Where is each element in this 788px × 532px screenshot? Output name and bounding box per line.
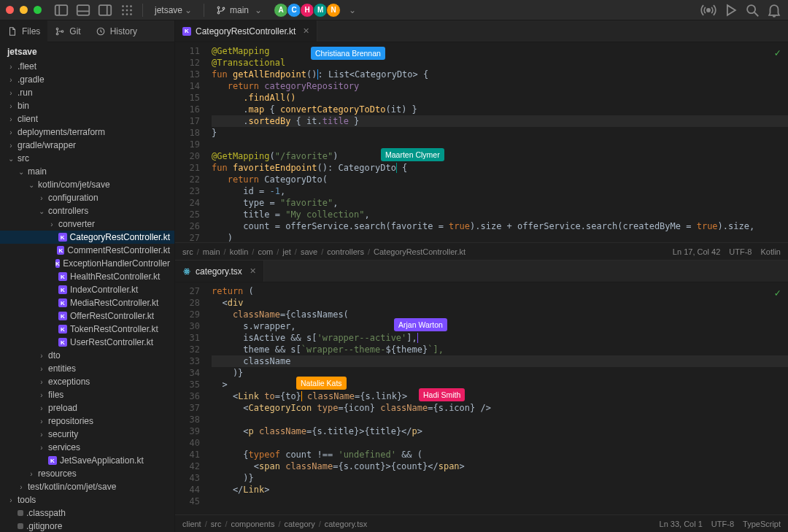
expand-chevron-icon[interactable]: ›	[7, 89, 15, 97]
folder-row[interactable]: ›.fleet	[0, 60, 174, 73]
file-row[interactable]: KTokenRestController.kt	[0, 323, 174, 336]
expand-chevron-icon[interactable]: ⌄	[28, 181, 35, 189]
folder-row[interactable]: ›entities	[0, 362, 174, 375]
expand-chevron-icon[interactable]: ›	[18, 483, 25, 491]
branch-dropdown[interactable]: main⌄	[216, 5, 262, 15]
minimize-window-button[interactable]	[20, 6, 28, 14]
code-content[interactable]: @GetMapping @TransactionalChristiana Bre…	[206, 42, 788, 242]
project-dropdown[interactable]: jetsave⌄	[155, 5, 192, 15]
language-mode[interactable]: TypeScript	[743, 520, 781, 528]
sidebar-tab-history[interactable]: History	[88, 20, 144, 42]
folder-row[interactable]: ›test/kotlin/com/jet/save	[0, 480, 174, 493]
collaborator-avatars[interactable]: ACHMN	[275, 3, 341, 18]
expand-chevron-icon[interactable]: ›	[38, 391, 45, 399]
panel-bottom-icon[interactable]	[75, 2, 91, 18]
avatar[interactable]: H	[300, 3, 314, 18]
close-window-button[interactable]	[6, 6, 14, 14]
avatar[interactable]: N	[326, 3, 341, 18]
editor-tab[interactable]: category.tsx ✕	[175, 261, 264, 282]
file-row[interactable]: KUserRestController.kt	[0, 336, 174, 349]
expand-chevron-icon[interactable]: ›	[7, 142, 15, 150]
folder-row[interactable]: ⌄src	[0, 152, 174, 165]
expand-chevron-icon[interactable]: ›	[7, 496, 15, 504]
folder-row[interactable]: ›configuration	[0, 191, 174, 204]
folder-row[interactable]: ›tools	[0, 493, 174, 506]
close-tab-icon[interactable]: ✕	[303, 26, 309, 36]
sidebar-tab-git[interactable]: Git	[47, 20, 88, 42]
file-row[interactable]: KOfferRestController.kt	[0, 309, 174, 323]
encoding[interactable]: UTF-8	[729, 247, 752, 256]
run-icon[interactable]	[722, 2, 738, 18]
maximize-window-button[interactable]	[34, 6, 42, 14]
folder-row[interactable]: ›bin	[0, 99, 174, 112]
folder-row[interactable]: ›converter	[0, 217, 174, 231]
folder-row[interactable]: ›services	[0, 441, 174, 454]
folder-row[interactable]: ⌄kotlin/com/jet/save	[0, 178, 174, 191]
folder-row[interactable]: ›.run	[0, 86, 174, 99]
folder-row[interactable]: ⌄controllers	[0, 204, 174, 217]
expand-chevron-icon[interactable]: ›	[7, 128, 15, 136]
project-root[interactable]: jetsave	[0, 42, 174, 60]
folder-row[interactable]: ›resources	[0, 467, 174, 480]
file-row[interactable]: .gitignore	[0, 520, 174, 532]
folder-row[interactable]: ›exceptions	[0, 375, 174, 388]
panel-left-icon[interactable]	[53, 2, 69, 18]
expand-chevron-icon[interactable]: ›	[38, 444, 45, 452]
folder-row[interactable]: ›repositories	[0, 415, 174, 428]
expand-chevron-icon[interactable]: ›	[38, 194, 45, 202]
avatar[interactable]: M	[313, 3, 328, 18]
expand-chevron-icon[interactable]: ⌄	[7, 155, 15, 163]
cursor-position[interactable]: Ln 17, Col 42	[673, 247, 720, 256]
expand-chevron-icon[interactable]: ›	[38, 378, 45, 386]
breadcrumb[interactable]: src/main/kotlin/com/jet/save/controllers…	[182, 247, 466, 256]
file-row[interactable]: KJetSaveApplication.kt	[0, 454, 174, 467]
file-row[interactable]: KIndexController.kt	[0, 283, 174, 296]
expand-chevron-icon[interactable]: ›	[7, 102, 15, 110]
file-row[interactable]: KCommentRestController.kt	[0, 244, 174, 257]
folder-row[interactable]: ›dto	[0, 349, 174, 362]
folder-row[interactable]: ›deployments/terraform	[0, 126, 174, 139]
search-icon[interactable]	[744, 2, 760, 18]
panel-right-icon[interactable]	[97, 2, 113, 18]
close-tab-icon[interactable]: ✕	[250, 266, 256, 276]
folder-row[interactable]: ›security	[0, 428, 174, 441]
avatar[interactable]: A	[274, 3, 288, 18]
avatars-chevron-icon[interactable]: ⌄	[349, 5, 356, 15]
expand-chevron-icon[interactable]: ›	[48, 220, 55, 228]
file-row[interactable]: KCategoryRestController.kt	[0, 231, 174, 244]
broadcast-icon[interactable]	[700, 2, 716, 18]
code-editor[interactable]: ✓ 27282930313233343536373839404142434445…	[175, 282, 788, 514]
file-row[interactable]: KExceptionHandlerController	[0, 257, 174, 270]
breadcrumb[interactable]: client/src/components/category/category.…	[182, 520, 367, 528]
expand-chevron-icon[interactable]: ⌄	[18, 168, 25, 176]
file-row[interactable]: KHealthRestController.kt	[0, 270, 174, 283]
notifications-icon[interactable]	[766, 2, 782, 18]
expand-chevron-icon[interactable]: ›	[7, 63, 15, 71]
cursor-position[interactable]: Ln 33, Col 1	[660, 520, 703, 528]
encoding[interactable]: UTF-8	[711, 520, 734, 528]
folder-row[interactable]: ›gradle/wrapper	[0, 139, 174, 152]
language-mode[interactable]: Kotlin	[760, 247, 781, 256]
file-row[interactable]: .classpath	[0, 506, 174, 520]
expand-chevron-icon[interactable]: ›	[38, 417, 45, 425]
grid-icon[interactable]	[119, 2, 135, 18]
expand-chevron-icon[interactable]: ›	[38, 365, 45, 373]
expand-chevron-icon[interactable]: ›	[38, 404, 45, 412]
expand-chevron-icon[interactable]: ›	[7, 76, 15, 84]
folder-row[interactable]: ›client	[0, 112, 174, 126]
expand-chevron-icon[interactable]: ›	[7, 115, 15, 123]
expand-chevron-icon[interactable]: ›	[38, 352, 45, 360]
folder-row[interactable]: ⌄main	[0, 165, 174, 178]
folder-row[interactable]: ›preload	[0, 401, 174, 415]
expand-chevron-icon[interactable]: ›	[38, 431, 45, 439]
editor-tab[interactable]: K CategoryRestController.kt ✕	[175, 20, 317, 42]
code-content[interactable]: return ( <div className={classNames( s.w…	[206, 282, 788, 514]
folder-row[interactable]: ›.gradle	[0, 73, 174, 86]
expand-chevron-icon[interactable]: ›	[28, 470, 35, 478]
sidebar-tab-files[interactable]: Files	[0, 20, 47, 42]
folder-row[interactable]: ›files	[0, 388, 174, 401]
expand-chevron-icon[interactable]: ⌄	[38, 207, 45, 215]
avatar[interactable]: C	[287, 3, 301, 18]
code-editor[interactable]: ✓ 1112131415161718192021222324252627 @Ge…	[175, 42, 788, 242]
file-row[interactable]: KMediaRestController.kt	[0, 296, 174, 309]
